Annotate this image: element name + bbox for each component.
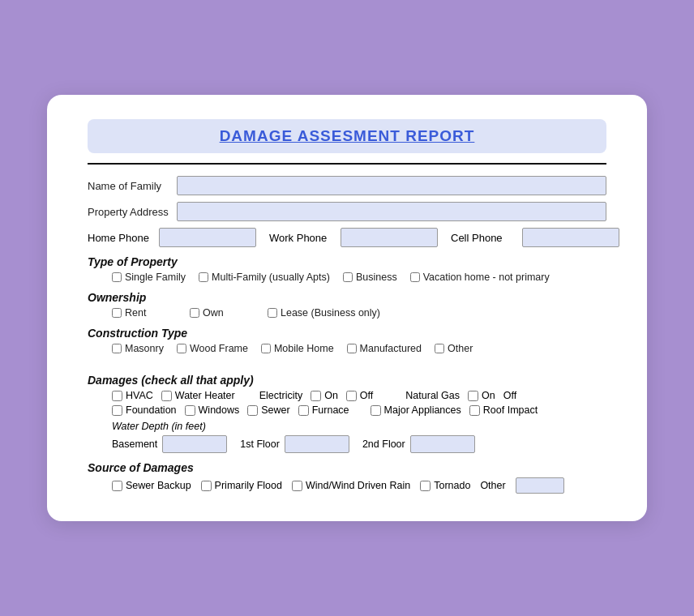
label-single-family: Single Family [125,272,186,283]
source-title: Source of Damages [88,461,606,474]
cell-phone-input[interactable] [522,228,619,247]
checkbox-rent[interactable]: Rent [112,307,177,319]
title-box: DAMAGE ASSESMENT REPORT [88,119,606,153]
phones-row: Home Phone Work Phone Cell Phone [88,228,606,247]
checkbox-rent-input[interactable] [112,308,122,318]
work-phone-label: Work Phone [269,232,334,244]
basement-depth: Basement [112,435,227,453]
water-depth-label: Water Depth (in feet) [112,421,606,432]
checkbox-primarily-flood-input[interactable] [201,481,212,491]
checkbox-sewer-backup[interactable]: Sewer Backup [112,480,191,491]
divider [88,163,606,165]
home-phone-input[interactable] [159,228,256,247]
checkbox-multi-family[interactable]: Multi-Family (usually Apts) [199,272,330,283]
checkbox-masonry[interactable]: Masonry [112,343,164,354]
checkbox-major-appliances-input[interactable] [371,405,381,416]
checkbox-major-appliances[interactable]: Major Appliances [371,404,461,416]
label-furnace: Furnace [312,404,349,416]
checkbox-furnace[interactable]: Furnace [298,404,349,416]
type-of-property-title: Type of Property [88,255,606,268]
checkbox-own[interactable]: Own [190,307,255,319]
checkbox-single-family[interactable]: Single Family [112,272,186,283]
checkbox-windows-input[interactable] [185,405,195,416]
water-depth-row: Basement 1st Floor 2nd Floor [112,435,606,453]
checkbox-gas-on[interactable]: On [468,390,495,401]
floor1-label: 1st Floor [240,438,280,450]
checkbox-own-input[interactable] [190,308,199,318]
label-mobile-home: Mobile Home [274,343,334,354]
label-elec-off: Off [360,390,373,401]
checkbox-manufactured-input[interactable] [347,344,357,353]
checkbox-wood-frame-input[interactable] [177,344,186,353]
floor1-depth: 1st Floor [240,435,349,453]
checkbox-elec-off[interactable]: Off [346,390,373,401]
checkbox-elec-on[interactable]: On [311,390,338,401]
label-tornado: Tornado [434,480,470,491]
label-hvac: HVAC [126,390,153,401]
label-gas-off: Off [503,390,516,401]
checkbox-foundation-input[interactable] [112,405,122,416]
other-source-input[interactable] [516,477,564,494]
checkbox-water-heater-input[interactable] [161,391,172,401]
checkbox-lease-input[interactable] [268,308,277,318]
checkbox-windows[interactable]: Windows [185,404,240,416]
checkbox-mobile-home[interactable]: Mobile Home [261,343,334,354]
checkbox-wind-driven-rain[interactable]: Wind/Wind Driven Rain [292,480,410,491]
form-card: DAMAGE ASSESMENT REPORT Name of Family P… [47,95,647,521]
label-other-source: Other [480,480,505,491]
construction-type-group: Masonry Wood Frame Mobile Home Manufactu… [112,343,606,354]
basement-input[interactable] [162,435,227,453]
floor2-input[interactable] [410,435,475,453]
checkbox-sewer-backup-input[interactable] [112,481,122,491]
checkbox-other-construction[interactable]: Other [435,343,473,354]
label-own: Own [203,307,224,319]
checkbox-mobile-home-input[interactable] [261,344,271,353]
checkbox-tornado[interactable]: Tornado [420,480,470,491]
checkbox-manufactured[interactable]: Manufactured [347,343,422,354]
checkbox-gas-on-input[interactable] [468,391,478,401]
label-lease: Lease (Business only) [281,307,380,319]
home-phone-label: Home Phone [88,232,152,244]
type-of-property-group: Single Family Multi-Family (usually Apts… [112,272,606,283]
name-row: Name of Family [88,176,606,195]
checkbox-tornado-input[interactable] [420,481,431,491]
ownership-title: Ownership [88,291,606,304]
checkbox-furnace-input[interactable] [298,405,309,416]
checkbox-elec-off-input[interactable] [346,391,357,401]
checkbox-hvac-input[interactable] [112,391,122,401]
label-vacation: Vacation home - not primary [423,272,550,283]
checkbox-sewer[interactable]: Sewer [247,404,289,416]
checkbox-business[interactable]: Business [343,272,397,283]
checkbox-foundation[interactable]: Foundation [112,404,177,416]
label-other-construction: Other [448,343,473,354]
checkbox-vacation-input[interactable] [410,272,420,282]
label-primarily-flood: Primarily Flood [215,480,282,491]
checkbox-multi-family-input[interactable] [199,272,208,282]
label-wood-frame: Wood Frame [190,343,248,354]
name-input[interactable] [177,176,606,195]
checkbox-roof-impact[interactable]: Roof Impact [469,404,538,416]
floor1-input[interactable] [285,435,349,453]
label-elec-on: On [324,390,338,401]
checkbox-elec-on-input[interactable] [311,391,321,401]
checkbox-business-input[interactable] [343,272,353,282]
checkbox-wind-driven-rain-input[interactable] [292,481,302,491]
label-multi-family: Multi-Family (usually Apts) [212,272,330,283]
checkbox-sewer-input[interactable] [247,405,258,416]
checkbox-primarily-flood[interactable]: Primarily Flood [201,480,282,491]
checkbox-roof-impact-input[interactable] [469,405,480,416]
checkbox-wood-frame[interactable]: Wood Frame [177,343,248,354]
checkbox-masonry-input[interactable] [112,344,122,353]
checkbox-vacation[interactable]: Vacation home - not primary [410,272,550,283]
label-roof-impact: Roof Impact [483,404,538,416]
checkbox-hvac[interactable]: HVAC [112,390,153,401]
checkbox-single-family-input[interactable] [112,272,122,282]
work-phone-input[interactable] [341,228,438,247]
checkbox-other-construction-input[interactable] [435,344,444,353]
label-windows: Windows [199,404,240,416]
label-wind-driven-rain: Wind/Wind Driven Rain [306,480,410,491]
checkbox-water-heater[interactable]: Water Heater [161,390,235,401]
address-input[interactable] [177,202,606,221]
address-row: Property Address [88,202,606,221]
checkbox-lease[interactable]: Lease (Business only) [268,307,380,319]
